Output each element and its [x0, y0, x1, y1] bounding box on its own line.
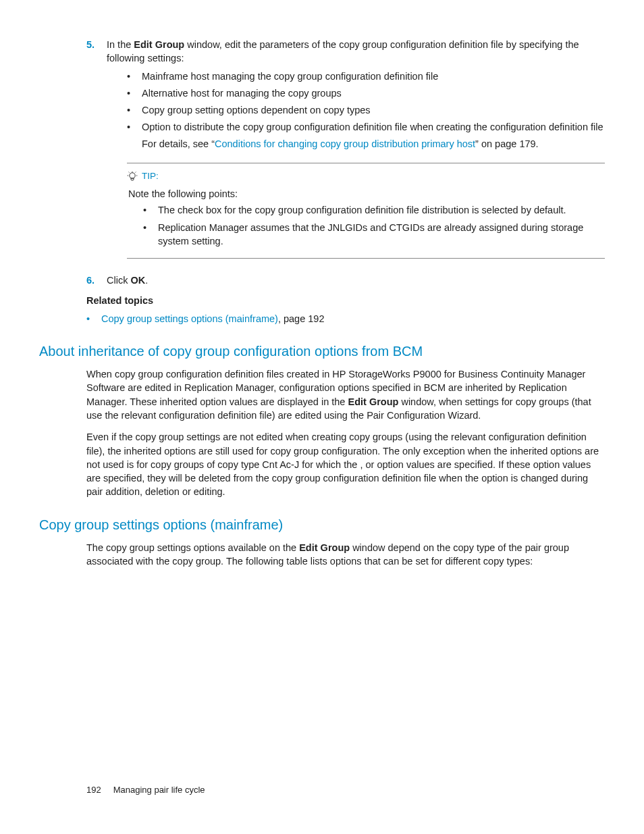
related-item-1: • Copy group settings options (mainframe…: [86, 312, 605, 325]
tip-label: TIP:: [142, 170, 159, 183]
bullet-dot: •: [127, 86, 142, 100]
step-5-bullet-4: • Option to distribute the copy group co…: [127, 120, 605, 153]
page-number: 192: [86, 785, 101, 795]
svg-point-0: [130, 172, 135, 178]
bullet-dot: •: [86, 312, 101, 325]
tip-lead: Note the following points:: [128, 187, 605, 201]
bullet-dot: •: [143, 221, 158, 249]
step-5-intro-pre: In the: [107, 39, 134, 50]
svg-line-4: [129, 172, 130, 172]
related-item-1-post: , page 192: [278, 313, 325, 324]
step-6: 6. Click OK.: [86, 273, 605, 287]
bullet-dot: •: [127, 70, 142, 83]
step-5-bullet-1-text: Mainframe host managing the copy group c…: [142, 70, 605, 83]
step-5-number: 5.: [86, 38, 107, 268]
tip-bullet-2-text: Replication Manager assumes that the JNL…: [158, 221, 605, 249]
step-5-bullet-3-text: Copy group setting options dependent on …: [142, 103, 605, 117]
step-6-post: .: [145, 275, 148, 286]
sectionB-para-1: The copy group settings options availabl…: [86, 541, 605, 569]
step-6-number: 6.: [86, 273, 107, 287]
sectionB-p1-pre: The copy group settings options availabl…: [86, 542, 299, 553]
bullet-dot: •: [143, 203, 158, 217]
lightbulb-icon: [127, 172, 139, 182]
tip-box: TIP: Note the following points: • The ch…: [127, 163, 605, 259]
sectionB-p1-bold: Edit Group: [299, 542, 350, 553]
step-6-bold: OK: [130, 275, 145, 286]
chapter-title: Managing pair life cycle: [113, 785, 205, 795]
step-5: 5. In the Edit Group window, edit the pa…: [86, 38, 605, 268]
bullet-dot: •: [127, 120, 142, 153]
tip-bullet-1-text: The check box for the copy group configu…: [158, 203, 605, 217]
step-6-pre: Click: [107, 275, 130, 286]
step-5-bullet-4-sub-pre: For details, see “: [142, 138, 215, 149]
tip-bullet-1: • The check box for the copy group confi…: [143, 203, 605, 217]
sectionA-para-2: Even if the copy group settings are not …: [86, 430, 605, 498]
heading-inheritance: About inheritance of copy group configur…: [39, 342, 605, 361]
page-footer: 192Managing pair life cycle: [86, 784, 205, 796]
svg-line-5: [136, 172, 136, 172]
bullet-dot: •: [127, 103, 142, 117]
link-conditions[interactable]: Conditions for changing copy group distr…: [215, 138, 475, 149]
step-5-bullet-3: • Copy group setting options dependent o…: [127, 103, 605, 117]
step-5-bullet-2: • Alternative host for managing the copy…: [127, 86, 605, 100]
step-5-bullet-4-sub-post: ” on page 179.: [475, 138, 539, 149]
step-5-bullet-4-text: Option to distribute the copy group conf…: [142, 120, 605, 134]
related-topics-heading: Related topics: [86, 294, 605, 307]
sectionA-p1-bold: Edit Group: [348, 396, 398, 407]
link-copy-group-settings[interactable]: Copy group settings options (mainframe): [101, 313, 278, 324]
tip-bullet-2: • Replication Manager assumes that the J…: [143, 221, 605, 249]
step-5-bullet-2-text: Alternative host for managing the copy g…: [142, 86, 605, 100]
heading-copy-group-settings: Copy group settings options (mainframe): [39, 515, 605, 534]
sectionA-para-1: When copy group configuration definition…: [86, 367, 605, 422]
step-5-bullet-1: • Mainframe host managing the copy group…: [127, 70, 605, 83]
step-5-intro-bold: Edit Group: [134, 39, 184, 50]
